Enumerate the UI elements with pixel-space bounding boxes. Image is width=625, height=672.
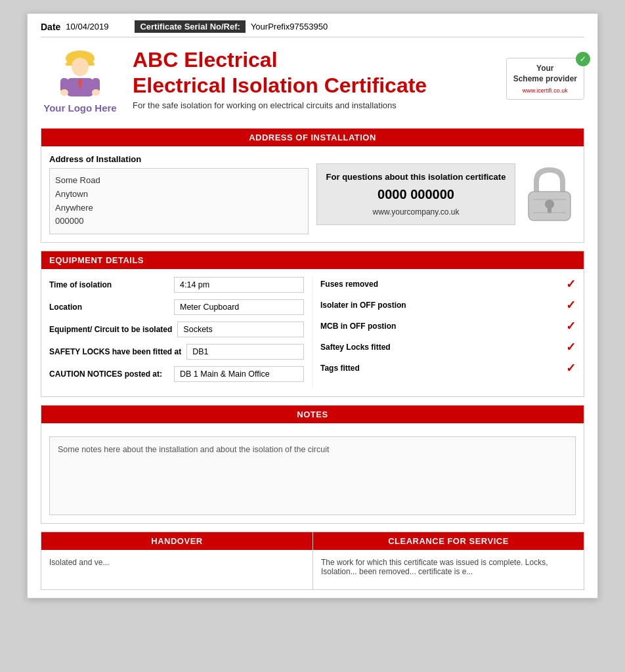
- field-label-location: Location: [49, 303, 174, 312]
- notes-section-header: NOTES: [41, 406, 584, 423]
- field-value-safety-locks: DB1: [186, 344, 304, 360]
- header-main: Your Logo Here ABC Electrical Electrical…: [41, 44, 584, 120]
- bottom-grid: HANDOVER Isolated and ve... CLEARANCE FO…: [41, 532, 584, 590]
- field-row-caution: CAUTION NOTICES posted at: DB 1 Main & M…: [49, 366, 304, 382]
- badge-check-icon: ✓: [576, 52, 590, 66]
- field-row-safety-locks: SAFETY LOCKS have been fitted at DB1: [49, 344, 304, 360]
- check-label-mcb: MCB in OFF postion: [320, 322, 396, 331]
- check-label-tags: Tags fitted: [320, 364, 360, 373]
- check-row-isolater: Isolater in OFF postion ✓: [320, 298, 576, 312]
- check-row-saftey-locks: Saftey Locks fitted ✓: [320, 340, 576, 354]
- address-section: ADDRESS OF INSTALLATION Address of Insta…: [41, 128, 584, 243]
- check-mark-isolater: ✓: [566, 298, 576, 312]
- notes-box: Some notes here about the installation a…: [49, 436, 576, 515]
- clearance-header: CLEARANCE FOR SERVICE: [313, 532, 584, 550]
- notes-text: Some notes here about the installation a…: [58, 445, 329, 454]
- top-bar: Date 10/04/2019 Certificate Serial No/Re…: [41, 20, 584, 37]
- notes-section: NOTES Some notes here about the installa…: [41, 405, 584, 524]
- equipment-section-header: EQUIPMENT DETAILS: [41, 251, 584, 269]
- contact-box: For questions about this isolation certi…: [316, 163, 515, 225]
- date-value: 10/04/2019: [66, 22, 108, 32]
- scheme-badge-url: www.icertifi.co.uk: [513, 87, 577, 94]
- check-row-fuses: Fuses removed ✓: [320, 277, 576, 291]
- check-row-mcb: MCB in OFF postion ✓: [320, 319, 576, 333]
- check-mark-fuses: ✓: [566, 277, 576, 291]
- contact-label: For questions about this isolation certi…: [325, 172, 507, 182]
- handover-header: HANDOVER: [41, 532, 312, 550]
- check-row-tags: Tags fitted ✓: [320, 361, 576, 375]
- contact-right: For questions about this isolation certi…: [316, 154, 576, 234]
- top-bar-left: Date 10/04/2019 Certificate Serial No/Re…: [41, 20, 584, 33]
- field-label-caution: CAUTION NOTICES posted at:: [49, 369, 174, 379]
- equipment-section-body: Time of isolation 4:14 pm Location Meter…: [41, 269, 584, 396]
- check-label-fuses: Fuses removed: [320, 280, 378, 289]
- address-box: Some RoadAnytownAnywhere000000: [49, 168, 309, 234]
- check-label-saftey-locks: Saftey Locks fitted: [320, 343, 391, 352]
- handover-body: Isolated and ve...: [41, 550, 312, 589]
- field-row-time: Time of isolation 4:14 pm: [49, 277, 304, 293]
- scheme-badge: ✓ YourScheme provider www.icertifi.co.uk: [506, 58, 584, 99]
- title-area: ABC Electrical Electrical Isolation Cert…: [133, 47, 493, 110]
- logo-area: Your Logo Here: [41, 44, 119, 114]
- lock-icon: [523, 163, 576, 225]
- logo-svg: [54, 44, 106, 100]
- field-row-location: Location Meter Cupboard: [49, 299, 304, 315]
- contact-phone: 0000 000000: [325, 187, 507, 202]
- field-value-caution: DB 1 Main & Main Office: [174, 366, 304, 382]
- scheme-badge-title: YourScheme provider: [513, 64, 577, 84]
- clearance-text: The work for which this certificate was …: [321, 558, 548, 576]
- certificate: Date 10/04/2019 Certificate Serial No/Re…: [27, 13, 598, 598]
- address-label: Address of Installation: [49, 154, 309, 164]
- field-value-equipment: Sockets: [177, 322, 304, 337]
- check-label-isolater: Isolater in OFF postion: [320, 301, 406, 310]
- notes-section-body: Some notes here about the installation a…: [41, 423, 584, 523]
- handover-text: Isolated and ve...: [49, 558, 109, 567]
- field-label-equipment: Equipment/ Circuit to be isolated: [49, 325, 177, 334]
- date-label: Date: [41, 22, 60, 32]
- check-mark-saftey-locks: ✓: [566, 340, 576, 354]
- address-left: Address of Installation Some RoadAnytown…: [49, 154, 309, 234]
- equip-left: Time of isolation 4:14 pm Location Meter…: [49, 277, 312, 388]
- address-section-header: ADDRESS OF INSTALLATION: [41, 129, 584, 146]
- address-section-body: Address of Installation Some RoadAnytown…: [41, 146, 584, 242]
- equipment-section: EQUIPMENT DETAILS Time of isolation 4:14…: [41, 251, 584, 397]
- header: Date 10/04/2019 Certificate Serial No/Re…: [28, 14, 597, 120]
- field-value-location: Meter Cupboard: [174, 299, 304, 315]
- handover-section: HANDOVER Isolated and ve...: [41, 532, 312, 590]
- field-row-equipment: Equipment/ Circuit to be isolated Socket…: [49, 322, 304, 337]
- svg-point-8: [92, 89, 100, 96]
- clearance-section: CLEARANCE FOR SERVICE The work for which…: [312, 532, 584, 590]
- cert-title: Electrical Isolation Certificate: [133, 73, 493, 98]
- cert-serial-label: Certificate Serial No/Ref:: [135, 20, 245, 33]
- field-value-time: 4:14 pm: [174, 277, 304, 293]
- contact-url: www.yourcompany.co.uk: [325, 207, 507, 217]
- field-label-safety-locks: SAFETY LOCKS have been fitted at: [49, 347, 186, 356]
- clearance-body: The work for which this certificate was …: [313, 550, 584, 589]
- company-name: ABC Electrical: [133, 47, 493, 72]
- svg-point-2: [72, 58, 89, 76]
- svg-point-7: [60, 89, 68, 96]
- check-mark-tags: ✓: [566, 361, 576, 375]
- check-mark-mcb: ✓: [566, 319, 576, 333]
- equip-grid: Time of isolation 4:14 pm Location Meter…: [49, 277, 576, 388]
- field-label-time: Time of isolation: [49, 280, 174, 289]
- equip-right: Fuses removed ✓ Isolater in OFF postion …: [312, 277, 576, 388]
- cert-subtitle: For the safe isolation for working on el…: [133, 100, 493, 110]
- logo-text: Your Logo Here: [43, 102, 116, 114]
- address-grid: Address of Installation Some RoadAnytown…: [49, 154, 576, 234]
- cert-serial-value: YourPrefix97553950: [251, 22, 328, 32]
